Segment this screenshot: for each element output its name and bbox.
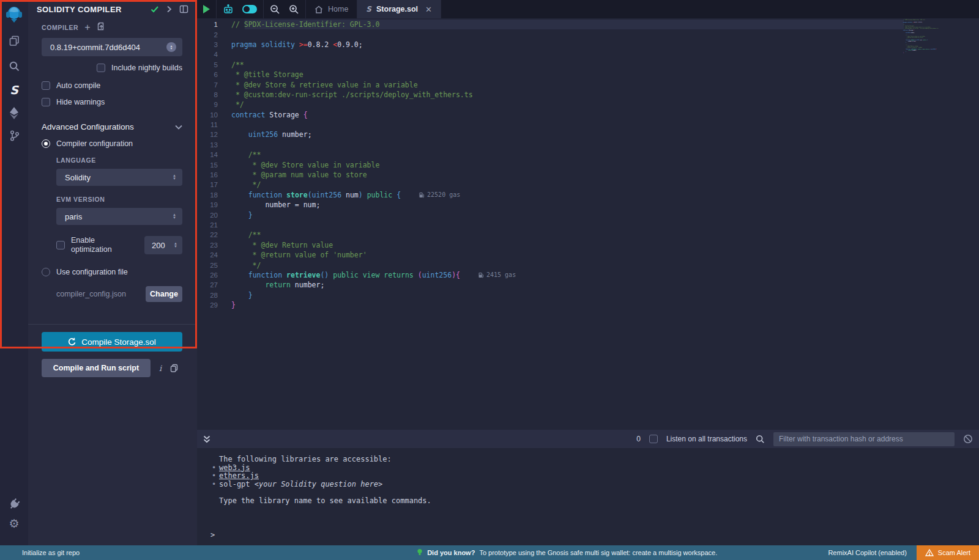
panel-collapse-chevron-icon[interactable]	[166, 6, 172, 13]
code-line[interactable]: 19 number = num;	[197, 200, 979, 210]
code-line[interactable]: 23 * @dev Return value	[197, 240, 979, 250]
terminal-solgpt-line: sol-gpt <your Solidity question here>	[210, 481, 979, 489]
config-file-name[interactable]: compiler_config.json	[56, 290, 146, 298]
hide-warnings-checkbox[interactable]	[42, 98, 50, 106]
code-text: * @dev Store value in variable	[231, 161, 379, 169]
code-text: * @dev Store & retrieve value in a varia…	[231, 81, 418, 89]
tab-home-label: Home	[328, 5, 348, 13]
info-icon[interactable]: i	[159, 364, 162, 373]
code-line[interactable]: 14 /**	[197, 150, 979, 160]
web3js-link[interactable]: web3.js	[219, 463, 250, 472]
code-line[interactable]: 27 return number;	[197, 280, 979, 290]
code-line[interactable]: 15 * @dev Store value in variable	[197, 160, 979, 169]
deploy-run-icon[interactable]	[0, 105, 28, 121]
line-number: 27	[197, 281, 231, 289]
pin-panel-icon[interactable]	[179, 5, 188, 13]
plugin-manager-icon[interactable]	[0, 496, 28, 511]
version-sorter-icon: ▲▼	[166, 42, 176, 52]
open-compiler-file-icon[interactable]	[97, 22, 105, 33]
zoom-in-icon[interactable]	[289, 4, 299, 15]
code-line[interactable]: 5/**	[197, 60, 979, 70]
tab-close-icon[interactable]: ✕	[425, 5, 432, 14]
change-config-button[interactable]: Change	[146, 286, 182, 302]
line-number: 13	[197, 141, 231, 149]
clear-console-icon[interactable]	[963, 434, 973, 444]
optimization-runs-input[interactable]: 200 ▲▼	[144, 236, 182, 254]
copilot-status[interactable]: RemixAI Copilot (enabled)	[828, 549, 906, 556]
include-nightly-label: Include nightly builds	[111, 64, 182, 72]
git-icon[interactable]	[0, 128, 28, 143]
listen-transactions-checkbox[interactable]	[649, 435, 658, 443]
code-line[interactable]: 16 * @param num value to store	[197, 170, 979, 180]
terminal-search-icon[interactable]	[756, 435, 765, 444]
language-select[interactable]: Solidity ▲▼	[56, 169, 182, 186]
code-line[interactable]: 13	[197, 140, 979, 150]
code-line[interactable]: 2	[197, 29, 979, 39]
add-custom-compiler-icon[interactable]: +	[84, 24, 90, 31]
line-number: 18	[197, 191, 231, 199]
enable-optimization-checkbox[interactable]	[56, 241, 65, 249]
code-line[interactable]: 18 function store(uint256 num) public {2…	[197, 190, 979, 200]
code-text: // SPDX-License-Identifier: GPL-3.0	[231, 20, 379, 29]
code-line[interactable]: 17 */	[197, 180, 979, 190]
code-line[interactable]: 9 */	[197, 100, 979, 109]
advanced-chevron-down-icon[interactable]	[175, 125, 182, 130]
code-line[interactable]: 29}	[197, 300, 979, 310]
settings-gear-icon[interactable]: ⚙	[0, 516, 28, 531]
search-icon[interactable]	[0, 59, 28, 73]
git-init-action[interactable]: Initialize as git repo	[0, 549, 306, 556]
file-explorer-icon[interactable]	[0, 33, 28, 48]
code-line[interactable]: 21	[197, 220, 979, 230]
transaction-filter-input[interactable]	[773, 432, 955, 446]
code-line[interactable]: 25 */	[197, 260, 979, 270]
copy-icon[interactable]	[170, 364, 178, 372]
code-line[interactable]: 20 }	[197, 210, 979, 219]
code-line[interactable]: 26 function retrieve() public view retur…	[197, 270, 979, 280]
zoom-out-icon[interactable]	[270, 4, 280, 15]
remix-logo[interactable]	[0, 4, 28, 27]
copilot-toggle[interactable]	[242, 5, 257, 13]
line-number: 4	[197, 51, 231, 58]
line-number: 9	[197, 101, 231, 108]
terminal-prompt[interactable]: >	[210, 531, 979, 540]
tab-home[interactable]: Home	[306, 0, 357, 18]
code-editor[interactable]: 1// SPDX-License-Identifier: GPL-3.023pr…	[197, 18, 979, 430]
code-line[interactable]: 1// SPDX-License-Identifier: GPL-3.0	[197, 20, 979, 29]
compile-and-run-button[interactable]: Compile and Run script	[42, 359, 151, 377]
scam-alert-button[interactable]: Scam Alert	[917, 545, 979, 560]
code-line[interactable]: 6 * @title Storage	[197, 70, 979, 79]
ai-robot-icon[interactable]	[223, 4, 234, 15]
ethersjs-link[interactable]: ethers.js	[219, 471, 259, 480]
did-you-know-tip: Did you know? To prototype using the Gno…	[306, 548, 828, 557]
code-line[interactable]: 3pragma solidity >=0.8.2 <0.9.0;	[197, 40, 979, 50]
include-nightly-checkbox[interactable]	[97, 64, 105, 72]
code-line[interactable]: 24 * @return value of 'number'	[197, 250, 979, 260]
code-line[interactable]: 4	[197, 50, 979, 59]
line-number: 25	[197, 262, 231, 269]
icon-rail: S ⚙	[0, 0, 28, 545]
runs-stepper-arrows[interactable]: ▲▼	[174, 242, 177, 248]
use-configuration-file-radio[interactable]	[42, 268, 50, 276]
code-line[interactable]: 7 * @dev Store & retrieve value in a var…	[197, 79, 979, 89]
evm-version-select[interactable]: paris ▲▼	[56, 208, 182, 225]
code-line[interactable]: 10contract Storage {	[197, 110, 979, 120]
compiler-version-select[interactable]: 0.8.19+commit.7dd6d404 ▲▼	[42, 38, 182, 56]
code-text: /**	[231, 150, 261, 159]
auto-compile-checkbox[interactable]	[42, 81, 50, 90]
code-line[interactable]: 8 * @custom:dev-run-script ./scripts/dep…	[197, 90, 979, 100]
code-line[interactable]: 12 uint256 number;	[197, 130, 979, 139]
tab-storage-sol[interactable]: S Storage.sol ✕	[357, 0, 441, 18]
advanced-configurations-title[interactable]: Advanced Configurations	[42, 122, 175, 131]
compile-button[interactable]: Compile Storage.sol	[42, 332, 182, 352]
minimap[interactable]: // SPDX-License-Identifier: GPL-3.0pragm…	[903, 20, 972, 54]
solidity-compiler-icon[interactable]: S	[0, 81, 28, 99]
code-line[interactable]: 11	[197, 120, 979, 130]
code-line[interactable]: 22 /**	[197, 230, 979, 240]
code-line[interactable]: 28 }	[197, 290, 979, 300]
terminal-expand-chevrons-icon[interactable]	[203, 435, 210, 443]
minimap-line[interactable]: }	[903, 53, 972, 54]
code-text: * @return value of 'number'	[231, 251, 367, 259]
terminal-output[interactable]: The following libraries are accessible: …	[197, 448, 979, 545]
play-icon[interactable]	[203, 5, 210, 13]
compiler-configuration-radio[interactable]	[42, 139, 50, 148]
